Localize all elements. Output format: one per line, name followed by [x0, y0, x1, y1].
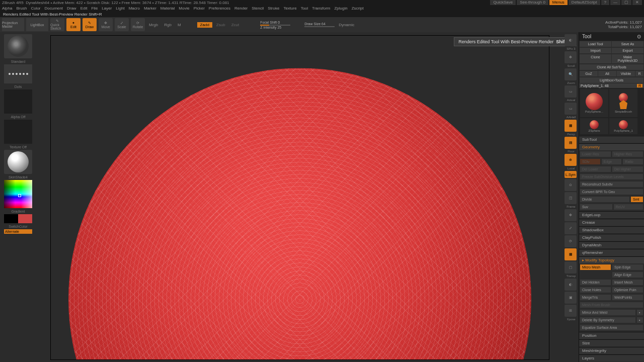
- projection-master-button[interactable]: Projection Master: [2, 18, 24, 31]
- mesh-sphere[interactable]: [68, 68, 531, 360]
- menu-item[interactable]: Stencil: [252, 6, 264, 11]
- clone-button[interactable]: Clone: [580, 54, 611, 63]
- delsym-axis-icon[interactable]: •: [637, 317, 643, 323]
- freeze-subdiv-button[interactable]: Freeze SubDivision Levels: [580, 174, 643, 179]
- brush-thumbnail[interactable]: [4, 34, 32, 58]
- frame-button[interactable]: ◫: [565, 192, 577, 204]
- actual-button[interactable]: ▭: [565, 85, 577, 98]
- save-as-button[interactable]: Save As: [612, 41, 643, 47]
- section-crease[interactable]: Crease: [579, 219, 644, 226]
- menu-item[interactable]: Light: [116, 6, 124, 11]
- all-button[interactable]: All: [598, 71, 616, 76]
- lsym-button[interactable]: L.Sym: [565, 171, 577, 178]
- section-geometry[interactable]: Geometry: [579, 143, 644, 150]
- persp-button[interactable]: ▦: [565, 120, 577, 132]
- texture-thumbnail[interactable]: [4, 120, 32, 144]
- quicksave-button[interactable]: QuickSave: [490, 0, 516, 5]
- mrgb-button[interactable]: Mrgb: [149, 23, 158, 27]
- zsub-button[interactable]: Zsub: [214, 22, 227, 28]
- menu-item[interactable]: Movie: [179, 6, 189, 11]
- switchcolor-button[interactable]: SwitchColor: [9, 225, 27, 228]
- section-modify-topology[interactable]: ▸ Modify Topology: [579, 256, 644, 263]
- quicksketch-button[interactable]: ✎Quick Sketch: [50, 18, 64, 31]
- collapse-icon[interactable]: ⊙: [637, 34, 641, 39]
- close-holes-button[interactable]: Close Holes: [580, 287, 611, 293]
- alpha-thumbnail[interactable]: [4, 89, 32, 114]
- defaultscript-button[interactable]: DefaultZScript: [569, 0, 600, 5]
- color-swatches[interactable]: [4, 214, 32, 223]
- lower-res-button[interactable]: Lower Res: [580, 151, 611, 157]
- goz-button[interactable]: GoZ: [580, 71, 598, 76]
- menu-item[interactable]: Alpha: [2, 6, 12, 11]
- export-button[interactable]: Export: [612, 48, 643, 53]
- close-icon[interactable]: ✕: [632, 0, 642, 5]
- r-button[interactable]: R: [635, 71, 643, 76]
- optimize-button[interactable]: Optimize Poin: [612, 287, 643, 293]
- bpr-button[interactable]: ◐: [565, 34, 577, 46]
- insert-mesh-button[interactable]: Insert Mesh: [612, 280, 643, 285]
- dynamic-button[interactable]: Dynamic: [339, 23, 354, 27]
- micromesh-button[interactable]: Micro Mesh: [580, 264, 611, 270]
- menu-item[interactable]: File: [91, 6, 98, 11]
- draw-button[interactable]: ✎Draw: [83, 18, 97, 31]
- move-icon[interactable]: ✥: [565, 209, 577, 221]
- ghost-icon[interactable]: ◐: [565, 279, 577, 291]
- visible-button[interactable]: Visible: [617, 71, 635, 76]
- menu-item[interactable]: Brush: [16, 6, 27, 11]
- minimize-icon[interactable]: —: [610, 0, 620, 5]
- spin-edge-button[interactable]: Spin Edge: [612, 264, 643, 270]
- mesh-from-brush-button[interactable]: Mesh From Brush: [580, 302, 643, 308]
- reuv-button[interactable]: ReUV: [614, 204, 643, 210]
- maximize-icon[interactable]: ▢: [621, 0, 631, 5]
- gradient-label[interactable]: Gradient: [12, 210, 25, 213]
- edge-button[interactable]: Edge: [602, 159, 622, 164]
- tool-header[interactable]: Tool⊙: [579, 32, 644, 41]
- mergetris-button[interactable]: MergeTris: [580, 295, 611, 300]
- reconstruct-button[interactable]: Reconstruct Subdiv: [580, 182, 643, 187]
- make-polymesh-button[interactable]: Make PolyMesh3D: [612, 54, 643, 63]
- polyf-button[interactable]: ▦: [565, 248, 577, 260]
- align-edge-button[interactable]: Align Edge: [612, 272, 643, 278]
- viewport[interactable]: [50, 35, 549, 360]
- menu-item[interactable]: Draw: [67, 6, 76, 11]
- color-picker[interactable]: [4, 180, 32, 208]
- del-lower-button[interactable]: Del Lower: [580, 166, 611, 172]
- menu-item[interactable]: Picker: [194, 6, 205, 11]
- section-shadowbox[interactable]: ShadowBox: [579, 226, 644, 233]
- menu-item[interactable]: Transform: [312, 6, 330, 11]
- menu-item[interactable]: Tool: [301, 6, 308, 11]
- local-button[interactable]: ⊕: [565, 154, 577, 166]
- section-dynamesh[interactable]: DynaMesh: [579, 241, 644, 248]
- section-size[interactable]: Size: [579, 339, 644, 346]
- transp-button[interactable]: ▢: [565, 261, 577, 274]
- menu-item[interactable]: Color: [31, 6, 40, 11]
- edit-button[interactable]: ✦Edit: [66, 18, 80, 31]
- weld-button[interactable]: WeldPoints: [612, 295, 643, 300]
- ratio-button[interactable]: Ratio: [623, 159, 643, 164]
- zoom-button[interactable]: 🔍: [565, 68, 577, 80]
- scale-icon[interactable]: ⤢: [565, 222, 577, 234]
- lightbox-tools-button[interactable]: Lightbox>Tools: [580, 77, 643, 83]
- lightbox-button[interactable]: LightBox: [26, 18, 48, 31]
- thumb-polysphere1[interactable]: PolySphere_1: [609, 118, 637, 134]
- thumb-polysphere[interactable]: PolySphere...: [580, 89, 608, 117]
- menu-item[interactable]: Document: [45, 6, 63, 11]
- focal-shift-slider[interactable]: Focal Shift 0Z Intensity 25: [260, 21, 290, 29]
- rgb-button[interactable]: Rgb: [164, 23, 172, 27]
- menu-item[interactable]: Macro: [129, 6, 140, 11]
- zcut-button[interactable]: Zcut: [229, 22, 242, 28]
- smt-button[interactable]: Smt: [631, 197, 643, 202]
- mirror-weld-button[interactable]: Mirror And Weld: [580, 310, 635, 315]
- stroke-thumbnail[interactable]: [4, 64, 32, 83]
- zadd-button[interactable]: Zadd: [197, 22, 212, 28]
- thumb-simplebrush[interactable]: SimpleBrush: [609, 89, 637, 117]
- section-claypolish[interactable]: ClayPolish: [579, 234, 644, 241]
- menu-item[interactable]: Render: [234, 6, 248, 11]
- delete-symmetry-button[interactable]: Delete By Symmetry: [580, 317, 635, 323]
- section-layers[interactable]: Layers: [579, 354, 644, 361]
- convert-bpr-button[interactable]: Convert BPR To Geo: [580, 189, 643, 195]
- seethrough-slider[interactable]: See-through 0: [517, 0, 548, 5]
- menu-item[interactable]: Preferences: [209, 6, 230, 11]
- divide-button[interactable]: Divide: [580, 197, 629, 202]
- clone-all-button[interactable]: Clone All SubTools: [580, 64, 643, 70]
